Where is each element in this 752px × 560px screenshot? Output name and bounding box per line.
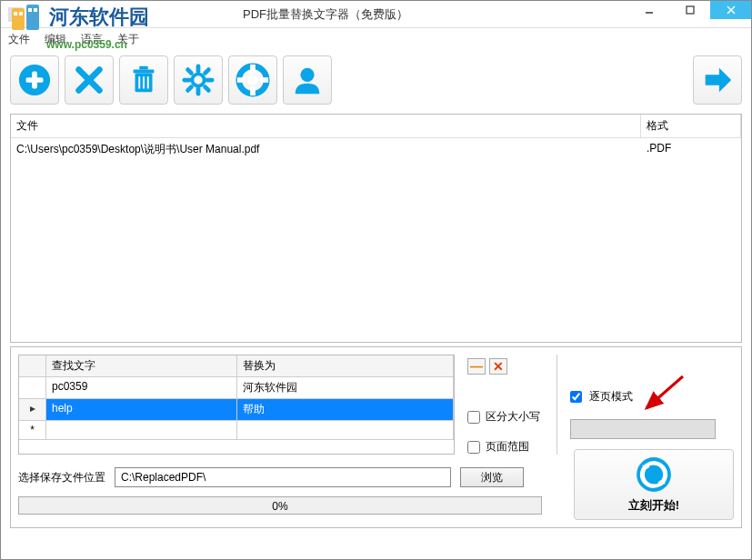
svg-rect-36: [260, 77, 269, 83]
row-replace[interactable]: 河东软件园: [237, 377, 454, 399]
page-by-page-option[interactable]: 逐页模式: [570, 389, 718, 405]
progress-bar: 0%: [18, 496, 542, 515]
svg-rect-34: [250, 87, 256, 96]
svg-point-32: [247, 75, 257, 85]
start-label: 立刻开始!: [628, 497, 679, 514]
progress-text: 0%: [19, 497, 541, 515]
file-cell-format: .PDF: [641, 140, 741, 159]
replace-header-marker: [19, 355, 46, 377]
settings-button[interactable]: [174, 55, 223, 105]
row-marker: ▸: [19, 399, 46, 421]
replace-header-find[interactable]: 查找文字: [46, 355, 237, 377]
file-list-panel: 文件 格式 C:\Users\pc0359\Desktop\说明书\User M…: [10, 114, 742, 343]
save-location-label: 选择保存文件位置: [18, 470, 105, 485]
add-button[interactable]: [10, 55, 59, 105]
maximize-button[interactable]: [669, 1, 710, 19]
row-find[interactable]: [46, 421, 237, 440]
row-replace[interactable]: [237, 421, 454, 440]
file-row[interactable]: C:\Users\pc0359\Desktop\说明书\User Manual.…: [11, 138, 741, 161]
case-sensitive-label: 区分大小写: [486, 409, 540, 425]
replace-table: 查找文字 替换为 pc0359 河东软件园 ▸ help 帮助 *: [18, 355, 455, 455]
page-by-page-label: 逐页模式: [589, 389, 633, 405]
svg-rect-35: [237, 77, 246, 83]
menu-language[interactable]: 语言: [81, 32, 103, 47]
svg-line-30: [188, 87, 192, 91]
row-marker: *: [19, 421, 46, 440]
close-button[interactable]: [710, 1, 751, 19]
user-button[interactable]: [283, 55, 332, 105]
browse-button[interactable]: 浏览: [460, 467, 524, 487]
row-find[interactable]: pc0359: [46, 377, 237, 399]
svg-line-29: [206, 70, 209, 74]
svg-rect-6: [8, 7, 23, 22]
bottom-panel: 查找文字 替换为 pc0359 河东软件园 ▸ help 帮助 *: [10, 346, 742, 528]
row-marker: [19, 377, 46, 399]
file-header-format[interactable]: 格式: [641, 115, 741, 137]
replace-row[interactable]: ▸ help 帮助: [19, 399, 454, 421]
svg-rect-17: [134, 70, 155, 74]
file-cell-path: C:\Users\pc0359\Desktop\说明书\User Manual.…: [11, 140, 641, 159]
svg-rect-33: [250, 65, 256, 74]
svg-rect-18: [139, 66, 148, 70]
help-button[interactable]: [228, 55, 277, 105]
replace-row[interactable]: pc0359 河东软件园: [19, 377, 454, 399]
svg-line-27: [188, 70, 192, 74]
replace-row[interactable]: *: [19, 421, 454, 440]
replace-header-replace[interactable]: 替换为: [237, 355, 454, 377]
app-icon: [8, 7, 23, 22]
case-sensitive-option[interactable]: 区分大小写: [467, 409, 540, 425]
go-button[interactable]: [693, 55, 742, 105]
remove-row-button[interactable]: —: [467, 358, 486, 375]
delete-row-button[interactable]: ✕: [489, 358, 507, 375]
window-title: PDF批量替换文字器（免费版）: [23, 6, 628, 23]
menu-about[interactable]: 关于: [117, 32, 139, 47]
svg-rect-8: [687, 6, 694, 14]
menu-file[interactable]: 文件: [8, 32, 30, 47]
case-sensitive-checkbox[interactable]: [467, 411, 480, 424]
save-location-input[interactable]: [115, 467, 451, 487]
trash-button[interactable]: [119, 55, 168, 105]
row-replace[interactable]: 帮助: [237, 399, 454, 421]
titlebar: PDF批量替换文字器（免费版）: [1, 1, 751, 28]
page-range-option[interactable]: 页面范围: [467, 439, 540, 455]
delete-button[interactable]: [65, 55, 114, 105]
page-range-label: 页面范围: [486, 439, 529, 455]
page-range-checkbox[interactable]: [467, 441, 480, 454]
menubar: 文件 编辑 语言 关于: [1, 28, 751, 50]
svg-line-28: [206, 87, 209, 91]
menu-edit[interactable]: 编辑: [45, 32, 66, 47]
toolbar: [1, 50, 751, 110]
svg-rect-13: [26, 77, 44, 83]
page-by-page-checkbox[interactable]: [570, 391, 582, 403]
minimize-button[interactable]: [628, 1, 669, 19]
svg-point-22: [192, 74, 204, 85]
file-header-file[interactable]: 文件: [11, 115, 641, 137]
refresh-icon: [635, 455, 673, 494]
start-button[interactable]: 立刻开始!: [574, 449, 734, 520]
row-find[interactable]: help: [46, 399, 237, 421]
file-list-header: 文件 格式: [11, 115, 741, 138]
svg-point-37: [300, 68, 314, 82]
page-range-input[interactable]: [570, 419, 716, 439]
